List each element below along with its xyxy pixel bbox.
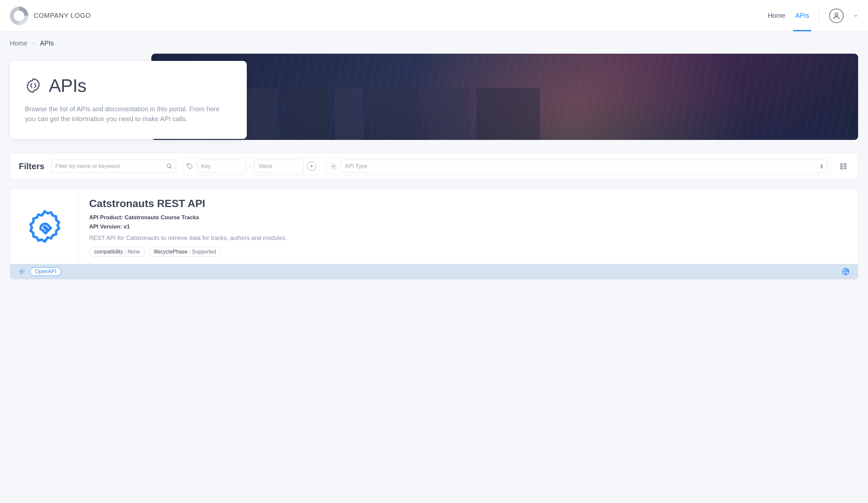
api-description: REST API for Catstronauts to retrieve da… xyxy=(89,235,848,242)
avatar[interactable] xyxy=(829,9,844,23)
api-product: API Product: Catstronauts Course Tracks xyxy=(89,214,848,221)
footer-globe-icon xyxy=(841,267,850,276)
user-icon xyxy=(832,11,841,20)
gear-code-icon xyxy=(25,78,41,94)
svg-point-11 xyxy=(21,270,23,273)
svg-rect-8 xyxy=(844,166,846,167)
apitype-select[interactable]: API Type ▲▼ xyxy=(341,160,827,173)
api-thumbnail xyxy=(10,189,79,264)
chevron-down-icon xyxy=(854,13,858,18)
apitype-group: API Type ▲▼ xyxy=(327,157,831,175)
add-tag-button[interactable]: + xyxy=(307,162,316,171)
svg-rect-9 xyxy=(840,168,843,169)
top-nav: Home APIs xyxy=(768,0,858,31)
user-menu-chevron[interactable] xyxy=(854,13,858,18)
footer-gear-icon xyxy=(18,268,25,275)
api-body: Catstronauts REST API API Product: Catst… xyxy=(79,189,858,264)
hero-card: APIs Browse the list of APIs and documen… xyxy=(10,61,247,139)
tag-compatibility: compatibility : None xyxy=(89,247,145,257)
api-card[interactable]: Catstronauts REST API API Product: Catst… xyxy=(10,189,858,279)
logo-text: COMPANY LOGO xyxy=(33,12,91,19)
page-description: Browse the list of APIs and documentatio… xyxy=(25,104,232,124)
tag-lifecycle: lifecyclePhase : Supported xyxy=(149,247,221,257)
breadcrumb-separator xyxy=(32,41,35,46)
nav-apis[interactable]: APIs xyxy=(795,0,809,31)
key-input[interactable] xyxy=(197,160,246,173)
logo-section: COMPANY LOGO xyxy=(10,7,91,25)
apitype-placeholder: API Type xyxy=(345,163,368,170)
svg-point-1 xyxy=(835,13,838,16)
hero-banner xyxy=(151,54,858,140)
tag-icon xyxy=(186,163,194,170)
breadcrumb-home[interactable]: Home xyxy=(10,40,27,47)
svg-point-4 xyxy=(333,165,335,167)
breadcrumb: Home APIs xyxy=(0,32,868,54)
gear-wrench-icon xyxy=(27,208,63,245)
svg-rect-6 xyxy=(844,164,846,165)
sort-arrows-icon: ▲▼ xyxy=(820,164,824,169)
openapi-badge: OpenAPI xyxy=(30,267,61,276)
page-title: APIs xyxy=(49,75,86,96)
svg-point-3 xyxy=(188,164,189,165)
logo-icon xyxy=(10,7,28,25)
tag-filter-group: : + xyxy=(183,157,320,175)
api-title: Catstronauts REST API xyxy=(89,197,848,210)
search-icon xyxy=(166,163,173,170)
chevron-right-icon xyxy=(32,41,35,46)
hero-area: APIs Browse the list of APIs and documen… xyxy=(10,54,858,140)
search-input[interactable] xyxy=(51,160,176,173)
svg-rect-5 xyxy=(840,164,843,165)
nav-home[interactable]: Home xyxy=(768,0,785,31)
svg-rect-7 xyxy=(840,166,843,167)
gear-icon xyxy=(330,163,337,170)
view-toggle[interactable] xyxy=(837,160,849,172)
filters-bar: Filters : + API Type ▲▼ xyxy=(10,153,858,179)
api-footer: OpenAPI xyxy=(10,264,858,279)
kv-colon: : xyxy=(249,163,251,170)
grid-icon xyxy=(839,162,847,170)
tag-row: compatibility : None lifecyclePhase : Su… xyxy=(89,247,848,257)
search-wrap xyxy=(51,160,176,173)
value-input[interactable] xyxy=(254,160,304,173)
filters-label: Filters xyxy=(19,161,44,172)
api-version: API Version: v1 xyxy=(89,224,848,230)
nav-divider xyxy=(819,9,819,22)
breadcrumb-current: APIs xyxy=(40,40,54,47)
top-header: COMPANY LOGO Home APIs xyxy=(0,0,868,32)
svg-rect-10 xyxy=(844,168,846,169)
